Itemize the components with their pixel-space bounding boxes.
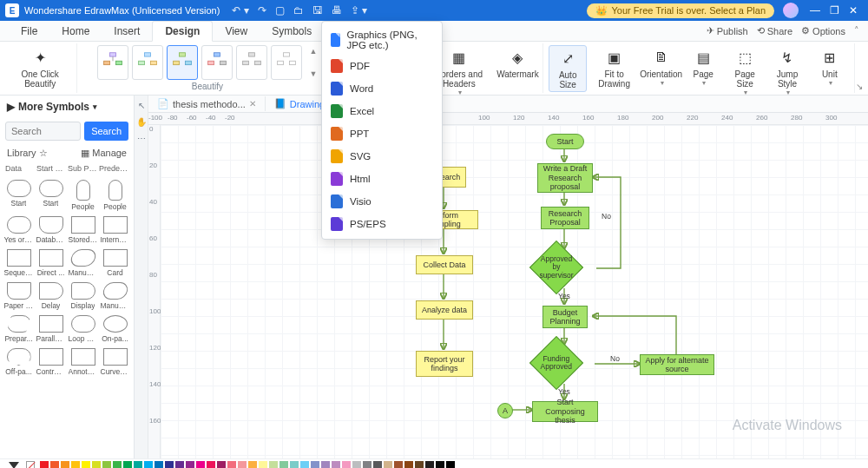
user-avatar[interactable] (783, 3, 799, 18)
lib-tab-predef[interactable]: Predefi... (99, 164, 128, 173)
color-picker-icon[interactable] (9, 462, 19, 469)
theme-prev-icon[interactable]: ▲ (309, 47, 317, 56)
color-swatch[interactable] (269, 461, 278, 469)
menu-home[interactable]: Home (49, 22, 102, 41)
theme-swatch-3[interactable] (167, 45, 198, 80)
shape-palette-item[interactable]: Control... (36, 346, 66, 378)
export-ps-eps[interactable]: PS/EPS (322, 213, 442, 235)
shape-proposal[interactable]: Research Proposal (541, 207, 589, 229)
library-label[interactable]: Library ☆ (7, 148, 48, 159)
color-swatch[interactable] (175, 461, 184, 469)
close-icon[interactable]: ✕ (249, 99, 256, 109)
print-icon[interactable]: 🖶 (332, 4, 342, 16)
page-size-button[interactable]: ⬚Page Size (726, 45, 764, 98)
color-swatch[interactable] (259, 461, 267, 469)
color-swatch[interactable] (300, 461, 309, 469)
color-swatch[interactable] (394, 461, 403, 469)
color-swatch[interactable] (165, 461, 174, 469)
export-html[interactable]: Html (322, 168, 442, 190)
color-swatch[interactable] (332, 461, 340, 469)
color-swatch[interactable] (134, 461, 142, 469)
color-swatch[interactable] (352, 461, 361, 469)
shape-palette-item[interactable]: Curved... (100, 346, 130, 378)
menu-symbols[interactable]: Symbols (260, 22, 324, 41)
theme-swatch-6[interactable] (271, 45, 302, 80)
fit-to-drawing-button[interactable]: ▣Fit to Drawing (590, 45, 638, 90)
export-icon[interactable]: ⇪ ▾ (351, 4, 367, 16)
export-ppt[interactable]: PPT (322, 122, 442, 145)
shape-collect[interactable]: Collect Data (416, 255, 473, 274)
color-swatch[interactable] (144, 461, 153, 469)
collapse-ribbon-icon[interactable]: ˄ (854, 25, 859, 36)
shape-palette-item[interactable]: Card (100, 247, 130, 279)
symbol-search-button[interactable]: Search (84, 122, 128, 141)
shape-palette-item[interactable]: Manual... (100, 280, 130, 312)
menu-design[interactable]: Design (152, 21, 213, 42)
theme-swatch-1[interactable] (97, 45, 128, 80)
shape-draft[interactable]: Write a Draft Research proposal (537, 163, 593, 193)
color-swatch[interactable] (446, 461, 455, 469)
color-swatch[interactable] (321, 461, 330, 469)
jump-style-button[interactable]: ↯Jump Style (767, 45, 807, 98)
shape-alternate-source[interactable]: Apply for alternate source (640, 354, 714, 375)
menu-insert[interactable]: Insert (102, 22, 152, 41)
shape-palette-item[interactable]: On-pa... (100, 313, 130, 345)
undo-icon[interactable]: ↶ ▾ (232, 4, 248, 16)
color-swatch[interactable] (71, 461, 80, 469)
export-word[interactable]: Word (322, 77, 442, 100)
shape-palette-item[interactable]: Annota... (68, 346, 98, 378)
shape-start[interactable]: Start (546, 134, 584, 149)
shape-palette-item[interactable]: Sequen... (3, 247, 34, 279)
save-icon[interactable]: 🖫 (312, 4, 323, 16)
new-icon[interactable]: ▢ (275, 4, 285, 16)
shape-compose[interactable]: Start Composing thesis (532, 401, 598, 422)
color-swatch[interactable] (50, 461, 59, 469)
lib-tab-subproc[interactable]: Sub Pr... (68, 164, 97, 173)
export-visio[interactable]: Visio (322, 190, 442, 213)
color-swatch[interactable] (384, 461, 392, 469)
publish-button[interactable]: ✈ Publish (707, 25, 748, 36)
symbols-panel-title[interactable]: ▶ More Symbols▾ (0, 96, 134, 118)
auto-size-button[interactable]: ⤢Auto Size (549, 45, 587, 92)
color-swatch[interactable] (102, 461, 111, 469)
shape-palette-item[interactable]: Internal... (100, 214, 130, 246)
color-swatch[interactable] (248, 461, 257, 469)
shape-palette-item[interactable]: Display (68, 280, 98, 312)
theme-next-icon[interactable]: ▼ (309, 69, 317, 78)
shape-palette-item[interactable]: Loop Li... (68, 313, 98, 345)
export-excel[interactable]: Excel (322, 100, 442, 122)
color-swatch[interactable] (425, 461, 434, 469)
manage-library-button[interactable]: ▦ Manage (81, 148, 127, 159)
orientation-button[interactable]: 🗎Orientation (641, 45, 681, 89)
shape-palette-item[interactable]: Prepar... (3, 313, 34, 345)
color-swatch[interactable] (92, 461, 101, 469)
menu-file[interactable]: File (9, 22, 49, 41)
lib-tab-data[interactable]: Data (5, 164, 35, 173)
shape-report[interactable]: Report your findings (416, 351, 473, 377)
color-swatch[interactable] (61, 461, 69, 469)
lib-tab-start[interactable]: Start or... (36, 164, 66, 173)
window-close-button[interactable]: ✕ (844, 4, 863, 16)
open-icon[interactable]: 🗀 (293, 4, 304, 16)
shape-palette-item[interactable]: Start (36, 178, 66, 213)
shape-palette-item[interactable]: People (68, 178, 98, 213)
color-swatch[interactable] (113, 461, 122, 469)
shape-palette-item[interactable]: Yes or No (3, 214, 34, 246)
color-swatch[interactable] (40, 461, 49, 469)
toolstrip-hand-icon[interactable]: ✋ (136, 117, 147, 127)
shape-analyze[interactable]: Analyze data (416, 300, 473, 320)
share-button[interactable]: ⟲ Share (757, 25, 792, 36)
shape-palette-item[interactable]: Parallel... (36, 313, 66, 345)
export-svg[interactable]: SVG (322, 145, 442, 168)
options-button[interactable]: ⚙ Options (801, 25, 845, 36)
shape-palette-item[interactable]: Database (36, 214, 66, 246)
watermark-button[interactable]: ◈Watermark (498, 45, 538, 81)
tab-thesis[interactable]: 📄 thesis methodo... ✕ (148, 96, 266, 111)
shape-palette-item[interactable]: Manual... (68, 247, 98, 279)
window-min-button[interactable]: — (806, 4, 825, 16)
trial-banner[interactable]: 👑Your Free Trial is over. Select a Plan (587, 3, 774, 18)
shape-palette-item[interactable]: Off-pa... (3, 346, 34, 378)
shape-palette-item[interactable]: Direct ... (36, 247, 66, 279)
export-pdf[interactable]: PDF (322, 55, 442, 77)
shape-palette-item[interactable]: Start (3, 178, 34, 213)
